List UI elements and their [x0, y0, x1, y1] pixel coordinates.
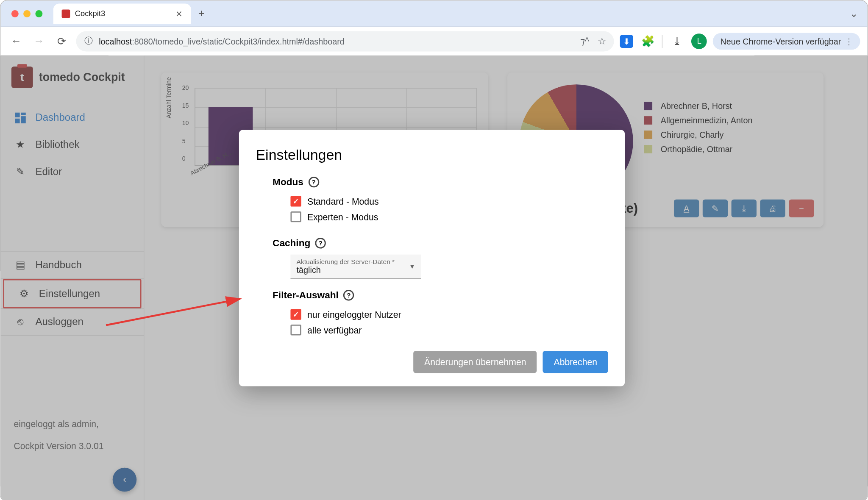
- checkbox-icon: [290, 211, 301, 222]
- titlebar: Cockpit3 ✕ + ⌄: [0, 0, 867, 27]
- brand: t tomedo Cockpit: [0, 67, 144, 105]
- select-label: Aktualisierung der Server-Daten *: [297, 258, 415, 265]
- sidebar-item-ausloggen[interactable]: ⎋ Ausloggen: [0, 309, 144, 335]
- minimize-window-icon[interactable]: [23, 10, 31, 17]
- help-icon[interactable]: ?: [343, 290, 354, 300]
- forward-button[interactable]: →: [31, 33, 47, 50]
- chrome-update-pill[interactable]: Neue Chrome-Version verfügbar ⋮: [713, 33, 860, 50]
- help-icon[interactable]: ?: [315, 238, 326, 248]
- nav-label: Einstellungen: [39, 288, 100, 300]
- extension-download-icon[interactable]: ⬇: [620, 34, 633, 47]
- browser-window: Cockpit3 ✕ + ⌄ ← → ⟳ ⓘ localhost:8080/to…: [0, 0, 868, 500]
- checkbox-icon: ✓: [290, 196, 301, 206]
- save-button[interactable]: Änderungen übernehmen: [414, 351, 537, 373]
- sidebar-item-bibliothek[interactable]: ★ Bibliothek: [0, 131, 144, 158]
- back-button[interactable]: ←: [8, 33, 25, 50]
- checkbox-standard-modus[interactable]: ✓ Standard - Modus: [256, 193, 608, 209]
- legend-swatch: [644, 145, 652, 153]
- help-icon[interactable]: ?: [308, 177, 319, 187]
- print-icon: 🖨: [768, 204, 777, 214]
- svg-rect-3: [15, 119, 19, 123]
- checkbox-experten-modus[interactable]: Experten - Modus: [256, 209, 608, 225]
- font-icon: A: [684, 204, 689, 214]
- bookmark-icon[interactable]: ☆: [598, 35, 606, 47]
- tab-title: Cockpit3: [75, 9, 105, 18]
- browser-toolbar: ← → ⟳ ⓘ localhost:8080/tomedo_live/stati…: [0, 27, 867, 56]
- checkbox-icon: [290, 325, 301, 335]
- sidebar-item-editor[interactable]: ✎ Editor: [0, 158, 144, 185]
- section-modus: Modus ?: [273, 177, 608, 187]
- settings-dialog: Einstellungen Modus ? ✓ Standard - Modus…: [239, 130, 625, 386]
- profile-avatar[interactable]: L: [692, 33, 707, 49]
- nav-label: Editor: [35, 166, 62, 178]
- close-window-icon[interactable]: [11, 10, 19, 17]
- font-button[interactable]: A: [674, 200, 699, 217]
- pencil-icon: ✎: [712, 204, 719, 214]
- tabs-dropdown-icon[interactable]: ⌄: [850, 8, 857, 19]
- nav-label: Bibliothek: [35, 139, 79, 150]
- app-content: t tomedo Cockpit Dashboard ★ Bibliothek …: [0, 56, 867, 500]
- star-icon: ★: [14, 138, 27, 151]
- chevron-left-icon: ‹: [123, 474, 126, 485]
- download-button[interactable]: ⤓: [732, 200, 757, 217]
- translate-icon[interactable]: ⁊ᴬ: [580, 35, 589, 47]
- pie-legend: Abrechner B, Horst Allgemeinmedizin, Ant…: [644, 101, 752, 198]
- reload-button[interactable]: ⟳: [53, 33, 70, 50]
- section-caching: Caching ?: [273, 238, 608, 248]
- sidebar-item-handbuch[interactable]: ▤ Handbuch: [0, 252, 144, 279]
- extensions-icon[interactable]: 🧩: [640, 33, 657, 50]
- kebab-menu-icon[interactable]: ⋮: [845, 36, 853, 46]
- downloads-icon[interactable]: ⤓: [669, 33, 686, 50]
- url-bar[interactable]: ⓘ localhost:8080/tomedo_live/static/Cock…: [76, 31, 614, 51]
- edit-button[interactable]: ✎: [703, 200, 728, 217]
- url-path: :8080/tomedo_live/static/Cockpit3/index.…: [132, 36, 345, 46]
- logout-icon: ⎋: [14, 316, 27, 328]
- y-ticks: 20 15 10 5 0: [182, 84, 189, 161]
- legend-swatch: [644, 116, 652, 125]
- svg-rect-1: [21, 113, 25, 115]
- card-actions: A ✎ ⤓ 🖨 −: [674, 200, 814, 217]
- dashboard-icon: [14, 112, 27, 124]
- dialog-title: Einstellungen: [256, 147, 608, 164]
- dialog-actions: Änderungen übernehmen Abbrechen: [256, 351, 608, 373]
- caching-select[interactable]: Aktualisierung der Server-Daten * täglic…: [290, 255, 421, 279]
- legend-swatch: [644, 102, 652, 110]
- sidebar-footer: eingeloggt als admin, Cockpit Version 3.…: [14, 419, 104, 463]
- svg-rect-0: [15, 113, 19, 117]
- close-tab-icon[interactable]: ✕: [175, 8, 183, 18]
- favicon-icon: [62, 9, 70, 18]
- chevron-down-icon: ▼: [409, 263, 415, 270]
- nav-label: Ausloggen: [35, 316, 83, 328]
- sidebar-item-einstellungen[interactable]: ⚙ Einstellungen: [3, 279, 141, 308]
- nav-label: Handbuch: [35, 259, 82, 271]
- sidebar-item-dashboard[interactable]: Dashboard: [0, 105, 144, 131]
- logged-in-text: eingeloggt als admin,: [14, 419, 104, 429]
- collapse-sidebar-button[interactable]: ‹: [113, 468, 137, 492]
- legend-swatch: [644, 131, 652, 139]
- section-filter: Filter-Auswahl ?: [273, 290, 608, 300]
- sidebar: t tomedo Cockpit Dashboard ★ Bibliothek …: [0, 56, 144, 500]
- new-tab-button[interactable]: +: [198, 7, 205, 20]
- download-icon: ⤓: [740, 204, 748, 214]
- book-icon: ▤: [14, 259, 27, 272]
- site-info-icon[interactable]: ⓘ: [84, 36, 93, 46]
- remove-button[interactable]: −: [789, 200, 814, 217]
- pencil-icon: ✎: [14, 165, 27, 178]
- window-controls: [11, 10, 42, 17]
- cancel-button[interactable]: Abbrechen: [543, 351, 608, 373]
- checkbox-nur-eingeloggter[interactable]: ✓ nur eingeloggter Nutzer: [256, 307, 608, 322]
- brand-title: tomedo Cockpit: [39, 71, 125, 84]
- logo-icon: t: [11, 67, 33, 88]
- url-host: localhost: [99, 36, 132, 46]
- nav-label: Dashboard: [35, 112, 85, 124]
- checkbox-icon: ✓: [290, 309, 301, 319]
- svg-rect-2: [21, 116, 25, 123]
- select-value: täglich: [297, 265, 415, 275]
- gear-icon: ⚙: [17, 287, 31, 300]
- print-button[interactable]: 🖨: [760, 200, 785, 217]
- y-axis-label: Anzahl Termine: [166, 77, 172, 118]
- maximize-window-icon[interactable]: [35, 10, 42, 17]
- browser-tab[interactable]: Cockpit3 ✕: [53, 3, 191, 24]
- checkbox-alle-verfuegbar[interactable]: alle verfügbar: [256, 322, 608, 338]
- minus-icon: −: [799, 204, 804, 214]
